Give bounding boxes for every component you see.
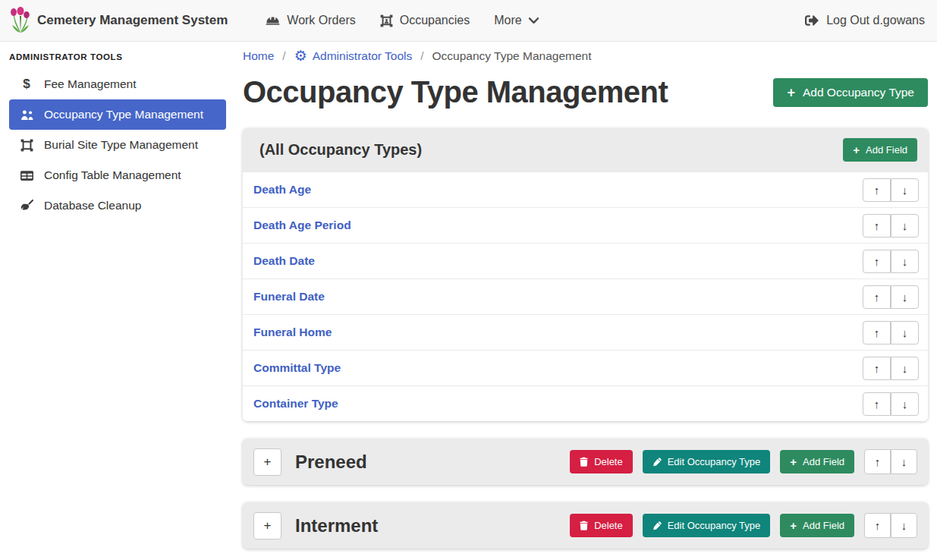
breadcrumb-home[interactable]: Home (243, 49, 274, 63)
field-link-death-age[interactable]: Death Age (253, 183, 311, 197)
move-down-button[interactable]: ↓ (891, 214, 919, 238)
move-up-button[interactable]: ↑ (863, 392, 891, 416)
nav-more-label: More (494, 14, 521, 27)
delete-button[interactable]: Delete (570, 450, 633, 473)
sidebar: ADMINISTRATOR TOOLS $ Fee Management Occ… (0, 42, 235, 560)
field-row: Committal Type ↑ ↓ (243, 350, 928, 385)
field-row: Death Age Period ↑ ↓ (243, 207, 928, 243)
breadcrumb-separator: / (420, 49, 423, 63)
move-up-button[interactable]: ↑ (863, 178, 891, 202)
all-types-card-header: (All Occupancy Types) + Add Field (243, 128, 928, 171)
trash-icon (580, 457, 588, 467)
plus-icon: + (790, 520, 797, 531)
move-down-button[interactable]: ↓ (891, 392, 919, 416)
nav-occupancies-label: Occupancies (400, 14, 470, 27)
gear-icon: ⚙ (294, 49, 307, 63)
edit-occupancy-type-button[interactable]: Edit Occupancy Type (643, 450, 771, 473)
reorder-buttons: ↑ ↓ (863, 321, 919, 344)
reorder-buttons: ↑ ↓ (863, 178, 919, 202)
nav-more[interactable]: More (482, 8, 550, 33)
field-link-death-date[interactable]: Death Date (253, 254, 315, 268)
plus-icon: + (787, 86, 795, 99)
chevron-down-icon (529, 17, 539, 24)
breadcrumb-admin-tools[interactable]: ⚙ Administrator Tools (294, 49, 413, 63)
occupancy-type-section-interment: + Interment Delete (243, 502, 928, 549)
delete-button[interactable]: Delete (570, 514, 633, 537)
reorder-buttons: ↑ ↓ (864, 513, 917, 538)
section-title: Preneed (295, 451, 367, 473)
sidebar-heading: ADMINISTRATOR TOOLS (0, 47, 235, 69)
move-up-button[interactable]: ↑ (864, 449, 891, 474)
field-row: Container Type ↑ ↓ (243, 385, 928, 421)
field-link-death-age-period[interactable]: Death Age Period (253, 219, 351, 232)
nav-occupancies[interactable]: Occupancies (368, 8, 483, 33)
occupant-frame-icon (380, 14, 393, 27)
move-down-button[interactable]: ↓ (891, 513, 917, 538)
field-row: Funeral Date ↑ ↓ (243, 278, 928, 314)
broom-icon (9, 200, 44, 212)
sidebar-item-label: Fee Management (44, 77, 137, 91)
move-up-button[interactable]: ↑ (863, 285, 891, 309)
expand-button[interactable]: + (253, 448, 281, 476)
title-row: Occupancy Type Management + Add Occupanc… (243, 75, 928, 109)
move-down-button[interactable]: ↓ (891, 250, 919, 273)
move-down-button[interactable]: ↓ (891, 285, 919, 309)
field-link-funeral-date[interactable]: Funeral Date (253, 290, 325, 304)
app-brand[interactable]: Cemetery Management System (11, 7, 228, 34)
occupancy-type-section-preneed: + Preneed Delete (243, 439, 928, 485)
sidebar-item-label: Config Table Management (44, 168, 181, 182)
sidebar-item-database-cleanup[interactable]: Database Cleanup (9, 190, 226, 221)
breadcrumb: Home / ⚙ Administrator Tools / Occupancy… (243, 49, 928, 63)
field-row: Funeral Home ↑ ↓ (243, 314, 928, 350)
sidebar-item-burial-site-type-management[interactable]: Burial Site Type Management (9, 130, 226, 160)
nav-work-orders[interactable]: Work Orders (253, 8, 367, 33)
section-actions: Delete Edit Occupancy Type + Add Field ↑ (570, 513, 917, 538)
add-field-button[interactable]: + Add Field (780, 450, 854, 473)
field-row: Death Age ↑ ↓ (243, 171, 928, 207)
field-link-funeral-home[interactable]: Funeral Home (253, 326, 332, 339)
sidebar-item-label: Occupancy Type Management (44, 108, 203, 121)
sidebar-item-occupancy-type-management[interactable]: Occupancy Type Management (9, 99, 226, 130)
users-icon (9, 109, 44, 121)
move-up-button[interactable]: ↑ (863, 214, 891, 238)
nav-work-orders-label: Work Orders (287, 14, 355, 27)
move-up-button[interactable]: ↑ (863, 321, 891, 344)
reorder-buttons: ↑ ↓ (863, 214, 919, 238)
field-link-committal-type[interactable]: Committal Type (253, 361, 341, 375)
logout-label: Log Out d.gowans (826, 14, 925, 27)
vector-square-icon (9, 139, 44, 152)
move-down-button[interactable]: ↓ (891, 178, 919, 202)
page-layout: ADMINISTRATOR TOOLS $ Fee Management Occ… (0, 42, 937, 560)
app-title: Cemetery Management System (37, 13, 228, 28)
reorder-buttons: ↑ ↓ (863, 285, 919, 309)
expand-button[interactable]: + (253, 512, 281, 540)
sidebar-item-fee-management[interactable]: $ Fee Management (9, 69, 226, 99)
table-icon (9, 170, 44, 181)
add-occupancy-type-button[interactable]: + Add Occupancy Type (773, 78, 928, 107)
section-title: Interment (295, 515, 378, 536)
add-field-button[interactable]: + Add Field (843, 138, 917, 162)
breadcrumb-current: Occupancy Type Management (432, 49, 592, 63)
reorder-buttons: ↑ ↓ (863, 392, 919, 416)
sidebar-item-label: Burial Site Type Management (44, 138, 198, 152)
move-up-button[interactable]: ↑ (864, 513, 891, 538)
pencil-icon (652, 521, 662, 530)
plus-icon: + (790, 456, 797, 467)
logout-button[interactable]: Log Out d.gowans (800, 8, 929, 33)
edit-occupancy-type-button[interactable]: Edit Occupancy Type (643, 514, 771, 537)
move-up-button[interactable]: ↑ (863, 250, 891, 273)
move-down-button[interactable]: ↓ (891, 449, 917, 474)
main-content: Home / ⚙ Administrator Tools / Occupancy… (235, 42, 937, 560)
add-field-button[interactable]: + Add Field (780, 514, 854, 537)
sidebar-item-config-table-management[interactable]: Config Table Management (9, 160, 226, 190)
move-down-button[interactable]: ↓ (891, 357, 919, 380)
dollar-icon: $ (9, 77, 44, 92)
field-row: Death Date ↑ ↓ (243, 243, 928, 278)
hard-hat-icon (266, 14, 280, 27)
move-up-button[interactable]: ↑ (863, 357, 891, 380)
reorder-buttons: ↑ ↓ (863, 357, 919, 380)
all-types-card-title: (All Occupancy Types) (259, 141, 422, 159)
page-title: Occupancy Type Management (243, 75, 668, 109)
field-link-container-type[interactable]: Container Type (253, 397, 338, 411)
move-down-button[interactable]: ↓ (891, 321, 919, 344)
